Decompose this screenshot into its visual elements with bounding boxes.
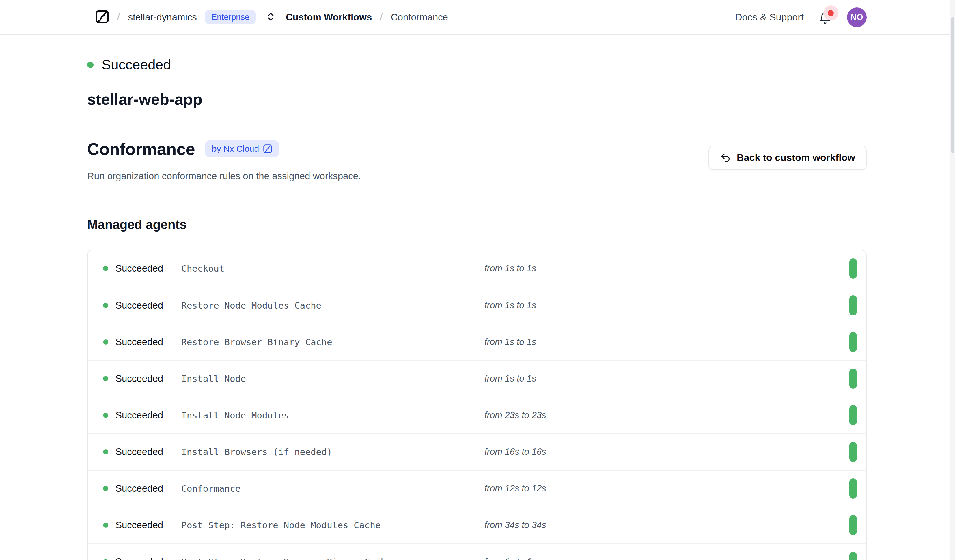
task-status-label: Succeeded (116, 300, 181, 311)
task-duration-bar (849, 258, 857, 279)
task-status-dot (103, 339, 108, 345)
task-time-range: from 1s to 1s (484, 300, 849, 310)
breadcrumb-separator: / (117, 11, 120, 22)
task-status-label: Succeeded (116, 337, 181, 348)
status-dot (87, 62, 94, 68)
workflow-title: Conformance (87, 139, 195, 159)
workflow-description: Run organization conformance rules on th… (87, 171, 361, 182)
task-time-range: from 34s to 34s (484, 520, 849, 530)
task-time-range: from 1s to 1s (484, 557, 849, 560)
task-name: Restore Node Modules Cache (181, 300, 484, 310)
breadcrumb-page: Conformance (391, 12, 448, 23)
task-duration-bar (849, 515, 857, 535)
task-status-label: Succeeded (116, 263, 181, 274)
main-content: Succeeded stellar-web-app Conformance by… (0, 35, 955, 560)
agent-task-row[interactable]: Succeeded Install Node Modules from 23s … (88, 397, 866, 434)
user-avatar[interactable]: NO (847, 8, 867, 27)
task-status-label: Succeeded (116, 483, 181, 494)
back-to-custom-workflow-button[interactable]: Back to custom workflow (708, 146, 867, 170)
breadcrumb-separator: / (380, 11, 382, 22)
task-duration-bar (849, 332, 857, 352)
back-button-label: Back to custom workflow (737, 152, 855, 163)
task-status-dot (103, 303, 108, 308)
task-duration-bar (849, 478, 857, 499)
agent-task-row[interactable]: Succeeded Restore Browser Binary Cache f… (88, 323, 866, 360)
task-status-dot (103, 376, 108, 381)
task-duration-bar (849, 405, 857, 425)
task-status-label: Succeeded (116, 410, 181, 421)
agent-task-row[interactable]: Succeeded Conformance from 12s to 12s (88, 470, 866, 507)
workspace-title: stellar-web-app (87, 90, 867, 108)
task-name: Conformance (181, 483, 484, 494)
status-label: Succeeded (102, 58, 171, 72)
task-time-range: from 1s to 1s (484, 337, 849, 347)
agent-task-row[interactable]: Succeeded Restore Node Modules Cache fro… (88, 287, 866, 323)
by-nx-cloud-label: by Nx Cloud (212, 144, 259, 154)
nx-cloud-badge-icon (263, 144, 272, 153)
task-time-range: from 23s to 23s (484, 410, 849, 420)
task-time-range: from 1s to 1s (484, 373, 849, 384)
agent-task-row[interactable]: Succeeded Install Node from 1s to 1s (88, 360, 866, 397)
enterprise-badge: Enterprise (205, 10, 256, 24)
task-status-label: Succeeded (116, 519, 181, 530)
agent-task-row[interactable]: Succeeded Post Step: Restore Browser Bin… (88, 543, 866, 560)
managed-agents-heading: Managed agents (87, 217, 867, 232)
page-scrollbar-thumb[interactable] (951, 17, 954, 153)
task-duration-bar (849, 442, 857, 462)
task-name: Install Node (181, 373, 484, 384)
task-status-label: Succeeded (116, 446, 181, 457)
nx-cloud-logo-icon[interactable] (95, 10, 109, 25)
task-status-dot (103, 523, 108, 528)
header-actions: Docs & Support NO (735, 8, 867, 27)
task-status-dot (103, 449, 108, 454)
task-time-range: from 16s to 16s (484, 447, 849, 457)
by-nx-cloud-badge[interactable]: by Nx Cloud (205, 140, 279, 157)
run-status: Succeeded (87, 58, 867, 72)
task-time-range: from 12s to 12s (484, 483, 849, 494)
task-name: Install Node Modules (181, 410, 484, 420)
task-name: Restore Browser Binary Cache (181, 337, 484, 347)
agent-task-row[interactable]: Succeeded Checkout from 1s to 1s (88, 250, 866, 287)
breadcrumb-custom-workflows[interactable]: Custom Workflows (286, 12, 372, 23)
task-duration-bar (849, 552, 857, 560)
task-duration-bar (849, 368, 857, 389)
workflow-section-header: Conformance by Nx Cloud Run organization… (87, 139, 867, 182)
agent-task-row[interactable]: Succeeded Install Browsers (if needed) f… (88, 434, 866, 470)
task-status-label: Succeeded (116, 556, 181, 560)
task-name: Post Step: Restore Browser Binary Cache (181, 557, 484, 560)
task-name: Checkout (181, 263, 484, 274)
task-time-range: from 1s to 1s (484, 263, 849, 274)
task-name: Post Step: Restore Node Modules Cache (181, 520, 484, 530)
notification-dot (828, 10, 834, 16)
docs-support-link[interactable]: Docs & Support (735, 11, 804, 23)
task-status-label: Succeeded (116, 373, 181, 384)
page-scrollbar-track (950, 0, 955, 560)
breadcrumb-org[interactable]: stellar-dynamics (128, 12, 197, 23)
managed-agents-list: Succeeded Checkout from 1s to 1s Succeed… (87, 250, 867, 560)
breadcrumb: / stellar-dynamics Enterprise Custom Wor… (95, 10, 448, 25)
task-status-dot (103, 266, 108, 271)
org-switcher-chevrons-up-down-icon[interactable] (264, 11, 278, 23)
task-name: Install Browsers (if needed) (181, 447, 484, 457)
task-duration-bar (849, 295, 857, 315)
task-status-dot (103, 486, 108, 491)
notifications-button[interactable] (819, 10, 832, 25)
undo-arrow-icon (720, 152, 731, 163)
top-navigation-bar: / stellar-dynamics Enterprise Custom Wor… (0, 0, 955, 35)
agent-task-row[interactable]: Succeeded Post Step: Restore Node Module… (88, 507, 866, 543)
task-status-dot (103, 413, 108, 418)
